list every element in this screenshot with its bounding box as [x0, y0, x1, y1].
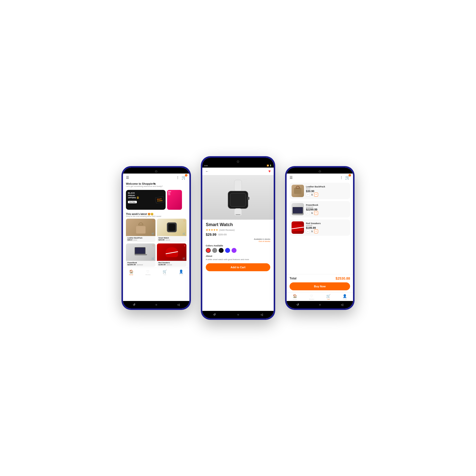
- welcome-title: Welcome to Shoppie🛍: [126, 182, 186, 185]
- cart-button[interactable]: 🛒 1: [181, 175, 186, 180]
- decrease-qty-sneakers[interactable]: -: [306, 229, 310, 233]
- decrease-qty-laptop[interactable]: -: [306, 211, 310, 215]
- product-detail-header: ← ♥: [202, 168, 274, 175]
- product-card-watch[interactable]: ♡ 🛒 Smart Watch $29.99 $39.99: [157, 219, 186, 242]
- color-gray[interactable]: [212, 248, 217, 253]
- more-options-icon[interactable]: ⋮: [176, 176, 179, 179]
- nav-wishlist[interactable]: ♡ Wishlist: [146, 269, 151, 275]
- add-cart-icon-bag[interactable]: 🛒: [151, 232, 154, 235]
- wishlist-icon-bag[interactable]: ♡: [152, 220, 154, 222]
- cart-item-price-laptop: $2299.99: [306, 208, 348, 211]
- android-home-2[interactable]: ○: [237, 313, 239, 316]
- wishlist-icon-watch[interactable]: ♡: [183, 220, 185, 222]
- add-cart-icon-watch[interactable]: 🛒: [182, 232, 185, 235]
- nav-cart[interactable]: 🛒 Cart: [163, 269, 167, 275]
- cart-item-details-laptop: PowerBook $3299.99 $2299.99 - 1 +: [306, 204, 348, 215]
- nav-profile-3[interactable]: 👤 Profile: [343, 294, 347, 300]
- camera-dot-2: [237, 160, 239, 163]
- product-card-laptop[interactable]: ♡ 🛒 PowerBook $2299.99 $3299.99: [126, 243, 155, 267]
- time-2: 9:04: [204, 165, 208, 167]
- back-button[interactable]: ←: [205, 169, 209, 173]
- profile-nav-icon: 👤: [179, 269, 183, 273]
- wishlist-icon-laptop[interactable]: ♡: [152, 244, 154, 247]
- android-home[interactable]: ○: [155, 303, 157, 306]
- color-blue[interactable]: [225, 248, 230, 253]
- nav-home-label-3: Home: [293, 298, 297, 300]
- color-red[interactable]: [206, 248, 211, 253]
- add-cart-icon-laptop[interactable]: 🛒: [151, 257, 154, 260]
- cart-item-sneakers: Red Sneakers $299.99 $199.99 - 1 +: [290, 219, 350, 236]
- nav-cart-3[interactable]: 🛒 Cart: [326, 294, 330, 300]
- color-black[interactable]: [219, 248, 224, 253]
- nav-home[interactable]: 🏠 Home: [129, 269, 133, 275]
- android-nav-bar-1: ↺ ○ ◁: [123, 301, 189, 308]
- watch-icon: [167, 222, 177, 232]
- increase-qty-bag[interactable]: +: [314, 193, 318, 197]
- welcome-subtitle: Let's get something awesome and lovely?: [126, 185, 186, 187]
- decrease-qty-bag[interactable]: -: [306, 193, 310, 197]
- android-back[interactable]: ↺: [133, 303, 135, 306]
- bag-icon: [135, 221, 147, 234]
- android-home-3[interactable]: ○: [319, 303, 321, 306]
- android-recents-2[interactable]: ◁: [261, 313, 263, 316]
- price-laptop: $2299.99: [127, 264, 136, 266]
- get-now-button[interactable]: Get Now: [128, 201, 137, 203]
- increase-qty-laptop[interactable]: +: [314, 211, 318, 215]
- add-to-cart-button[interactable]: Add to Cart: [206, 263, 270, 271]
- hamburger-menu-3[interactable]: ☰: [290, 176, 293, 179]
- cart-button-3[interactable]: 🛒 3: [345, 175, 350, 180]
- cart-item-img-laptop: [292, 203, 304, 215]
- cart-item-name-laptop: PowerBook: [306, 204, 348, 206]
- laptop-icon: [135, 247, 147, 257]
- product-card-bag[interactable]: ♡ 🛒 Leather BackPack $30.9 $40.9: [126, 219, 155, 242]
- nav-profile[interactable]: 👤 Profile: [179, 269, 183, 275]
- product-prices-laptop: $2299.99 $3299.99: [127, 264, 154, 266]
- app-header-1: ☰ ⋮ 🛒 1: [123, 174, 189, 181]
- price-bag: $30.9: [127, 239, 132, 241]
- product-card-sneakers[interactable]: ♥ 🛒 Red Sneakers $199.99 $299.99: [157, 243, 186, 267]
- more-options-icon-3[interactable]: ⋮: [340, 176, 343, 179]
- add-cart-icon-sneakers[interactable]: 🛒: [182, 257, 185, 260]
- old-price-sneakers: $299.99: [167, 264, 172, 266]
- favorite-button[interactable]: ♥: [268, 169, 271, 174]
- cart-badge: 1: [185, 174, 187, 177]
- heart-nav-icon: ♡: [146, 269, 149, 273]
- buy-now-button[interactable]: Buy Now: [290, 282, 350, 290]
- wishlist-icon-sneakers[interactable]: ♥: [184, 244, 185, 247]
- hamburger-menu[interactable]: ☰: [126, 176, 129, 179]
- color-purple[interactable]: [232, 248, 237, 253]
- bottom-navigation-3: 🏠 Home ♡ Wishlist 🛒 Cart 👤: [287, 292, 353, 301]
- old-price-watch: $39.99: [165, 239, 170, 241]
- android-back-3[interactable]: ↺: [297, 303, 299, 306]
- stock-status: Available in stocks Out of stocks: [206, 238, 270, 242]
- qty-value-bag: 1: [311, 193, 313, 196]
- nav-home-label: Home: [129, 274, 133, 275]
- android-recents[interactable]: ◁: [177, 303, 179, 306]
- product-img-laptop: ♡ 🛒: [126, 243, 155, 261]
- total-row: Total $2530.88: [290, 276, 350, 280]
- color-swatches: [206, 248, 270, 253]
- product-prices-bag: $30.9 $40.9: [127, 239, 154, 241]
- product-img-watch: ♡ 🛒: [157, 219, 186, 236]
- colors-label: Colors Available: [206, 244, 270, 247]
- android-recents-3[interactable]: ◁: [341, 303, 343, 306]
- increase-qty-sneakers[interactable]: +: [314, 229, 318, 233]
- notch-3: [287, 168, 353, 174]
- header-actions-3: ⋮ 🛒 3: [340, 175, 350, 180]
- nav-cart-label-3: Cart: [327, 298, 330, 300]
- nav-wishlist-3[interactable]: ♡ Wishlist: [309, 294, 314, 300]
- reviews-count: (3400 Reviews): [219, 229, 235, 231]
- android-back-2[interactable]: ↺: [213, 313, 216, 316]
- promo-banner-side[interactable]: 50%DUCO: [167, 190, 182, 210]
- black-friday-banner[interactable]: BLACK FRIDAY OFFERS 😎 Get Now Black Frid…: [126, 190, 166, 210]
- product-info-laptop: PowerBook $2299.99 $3299.99: [126, 261, 155, 267]
- old-price-bag: $40.9: [133, 239, 137, 241]
- price-row: $29.99 $39.99: [206, 233, 270, 237]
- banner-section: BLACK FRIDAY OFFERS 😎 Get Now Black Frid…: [123, 188, 189, 211]
- nav-home-3[interactable]: 🏠 Home: [293, 294, 297, 300]
- svg-rect-5: [247, 197, 249, 200]
- nav-wishlist-label: Wishlist: [146, 274, 151, 275]
- current-price: $29.99: [206, 233, 216, 237]
- status-bar-2: 9:04 📶 🔋: [202, 164, 274, 168]
- total-label: Total: [290, 277, 297, 280]
